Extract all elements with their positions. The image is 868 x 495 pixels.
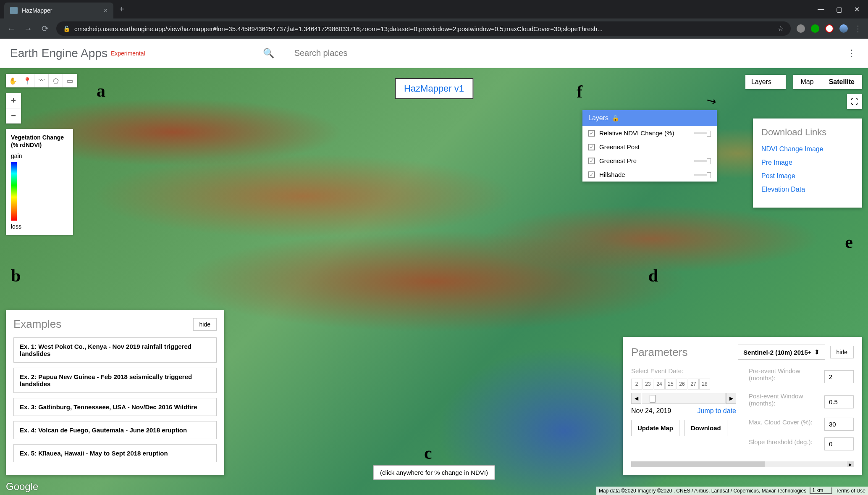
day-cell[interactable]: 27 [688, 379, 699, 390]
layer-opacity-slider[interactable] [694, 160, 711, 162]
extension-icon[interactable] [825, 24, 834, 33]
legend-subtitle: (% rdNDVI) [11, 142, 68, 148]
slope-threshold-input[interactable] [824, 437, 854, 450]
map-canvas[interactable]: ✋ 📍 〰 ⬠ ▭ + − Vegetation Change (% rdNDV… [0, 68, 868, 495]
date-prev-icon[interactable]: ◀ [631, 393, 641, 404]
figure-annotation: c [424, 443, 432, 463]
layer-label: Greenest Pre [599, 157, 637, 164]
pre-window-input[interactable] [824, 370, 854, 383]
event-date-label: Select Event Date: [631, 367, 736, 374]
extension-icon[interactable] [811, 24, 819, 33]
figure-annotation: a [97, 81, 105, 101]
scroll-right-icon[interactable]: ▶ [847, 461, 854, 467]
date-next-icon[interactable]: ▶ [726, 393, 736, 404]
layer-label: Relative NDVI Change (%) [599, 129, 674, 137]
address-bar: ← → ⟳ 🔒 cmscheip.users.earthengine.app/v… [0, 18, 868, 39]
examples-panel: Examples hide Ex. 1: West Pokot Co., Ken… [6, 310, 224, 475]
layer-label: Greenest Post [599, 143, 640, 150]
day-cell[interactable]: 26 [677, 379, 687, 390]
scale-indicator: 1 km [810, 487, 832, 494]
selected-date-text: Nov 24, 2019 [631, 407, 671, 415]
browser-titlebar: HazMapper × + — ▢ ✕ [0, 0, 868, 18]
drawing-toolbar: ✋ 📍 〰 ⬠ ▭ [6, 74, 77, 87]
back-button[interactable]: ← [6, 24, 17, 34]
maximize-icon[interactable]: ▢ [836, 5, 842, 13]
zoom-in-button[interactable]: + [6, 93, 21, 108]
profile-avatar[interactable] [839, 24, 848, 33]
browser-menu-icon[interactable]: ⋮ [854, 24, 862, 34]
download-link-post[interactable]: Post Image [761, 172, 854, 180]
layers-lock-icon[interactable]: 🔒 [612, 115, 619, 121]
day-cell[interactable]: 28 [699, 379, 710, 390]
search-input[interactable] [282, 48, 845, 58]
experimental-badge: Experimental [111, 50, 145, 57]
day-cell[interactable]: 24 [654, 379, 665, 390]
maptype-map[interactable]: Map [793, 75, 821, 89]
figure-annotation: d [648, 266, 658, 286]
day-cell[interactable]: 2 [631, 379, 642, 390]
post-window-input[interactable] [824, 395, 854, 408]
example-item[interactable]: Ex. 1: West Pokot Co., Kenya - Nov 2019 … [13, 337, 217, 363]
jump-to-date-link[interactable]: Jump to date [698, 407, 737, 415]
polygon-tool-icon[interactable]: ⬠ [49, 74, 63, 87]
layer-label: Hillshade [599, 171, 625, 178]
download-link-elevation[interactable]: Elevation Data [761, 186, 854, 193]
layer-opacity-slider[interactable] [694, 174, 711, 176]
reload-button[interactable]: ⟳ [39, 24, 50, 34]
search-icon[interactable]: 🔍 [263, 48, 274, 59]
url-text: cmscheip.users.earthengine.app/view/hazm… [74, 25, 603, 32]
layer-checkbox[interactable]: ✓ [588, 130, 595, 137]
extension-icon[interactable] [797, 24, 805, 33]
parameters-scrollbar[interactable]: ▶ [631, 461, 854, 467]
close-window-icon[interactable]: ✕ [854, 5, 860, 13]
marker-tool-icon[interactable]: 📍 [20, 74, 34, 87]
browser-tab[interactable]: HazMapper × [4, 3, 113, 18]
terms-link[interactable]: Terms of Use [836, 488, 865, 494]
layers-panel: Layers 🔒 ✓ Relative NDVI Change (%) ✓ Gr… [582, 110, 717, 182]
layer-checkbox[interactable]: ✓ [588, 144, 595, 150]
forward-button[interactable]: → [23, 24, 34, 34]
layer-opacity-slider[interactable] [694, 132, 711, 134]
day-cell[interactable]: 23 [642, 379, 653, 390]
bookmark-icon[interactable]: ☆ [777, 24, 784, 33]
google-logo: Google [6, 481, 38, 492]
example-item[interactable]: Ex. 5: Kīlauea, Hawaii - May to Sept 201… [13, 444, 217, 462]
layers-toggle-button[interactable]: Layers [745, 75, 786, 89]
download-link-ndvi[interactable]: NDVI Change Image [761, 145, 854, 153]
layer-item[interactable]: ✓ Hillshade [582, 168, 717, 182]
figure-annotation: f [577, 82, 582, 102]
layer-checkbox[interactable]: ✓ [588, 171, 595, 178]
cloud-cover-input[interactable] [824, 418, 854, 431]
update-map-button[interactable]: Update Map [631, 420, 679, 436]
dataset-select[interactable]: Sentinel-2 (10m) 2015+ ⇕ [738, 345, 825, 360]
new-tab-button[interactable]: + [119, 5, 124, 14]
fullscreen-button[interactable]: ⛶ [847, 94, 862, 109]
layer-item[interactable]: ✓ Greenest Post [582, 140, 717, 154]
download-button[interactable]: Download [684, 420, 727, 436]
rectangle-tool-icon[interactable]: ▭ [63, 74, 77, 87]
date-slider-handle[interactable] [650, 395, 656, 403]
legend-panel: Vegetation Change (% rdNDVI) gain loss [6, 129, 73, 235]
minimize-icon[interactable]: — [818, 5, 824, 13]
parameters-hide-button[interactable]: hide [830, 346, 854, 358]
pan-tool-icon[interactable]: ✋ [6, 74, 20, 87]
layer-item[interactable]: ✓ Greenest Pre [582, 154, 717, 168]
legend-title: Vegetation Change [11, 134, 68, 141]
example-item[interactable]: Ex. 4: Volcan de Fuego, Gautemala - June… [13, 421, 217, 439]
example-item[interactable]: Ex. 2: Papua New Guinea - Feb 2018 seism… [13, 368, 217, 393]
examples-hide-button[interactable]: hide [193, 318, 217, 331]
layer-checkbox[interactable]: ✓ [588, 158, 595, 164]
line-tool-icon[interactable]: 〰 [34, 74, 49, 87]
example-item[interactable]: Ex. 3: Gatlinburg, Tennesseee, USA - Nov… [13, 398, 217, 416]
app-menu-icon[interactable]: ⋮ [845, 46, 858, 61]
tab-close-icon[interactable]: × [104, 7, 108, 14]
day-cell[interactable]: 25 [665, 379, 676, 390]
examples-title: Examples [13, 318, 61, 331]
layers-panel-header[interactable]: Layers 🔒 [582, 110, 717, 126]
maptype-satellite[interactable]: Satellite [821, 75, 862, 89]
url-input[interactable]: 🔒 cmscheip.users.earthengine.app/view/ha… [56, 21, 791, 36]
layer-item[interactable]: ✓ Relative NDVI Change (%) [582, 126, 717, 140]
cloud-cover-label: Max. Cloud Cover (%): [749, 419, 813, 426]
download-link-pre[interactable]: Pre Image [761, 159, 854, 166]
zoom-out-button[interactable]: − [6, 108, 21, 124]
